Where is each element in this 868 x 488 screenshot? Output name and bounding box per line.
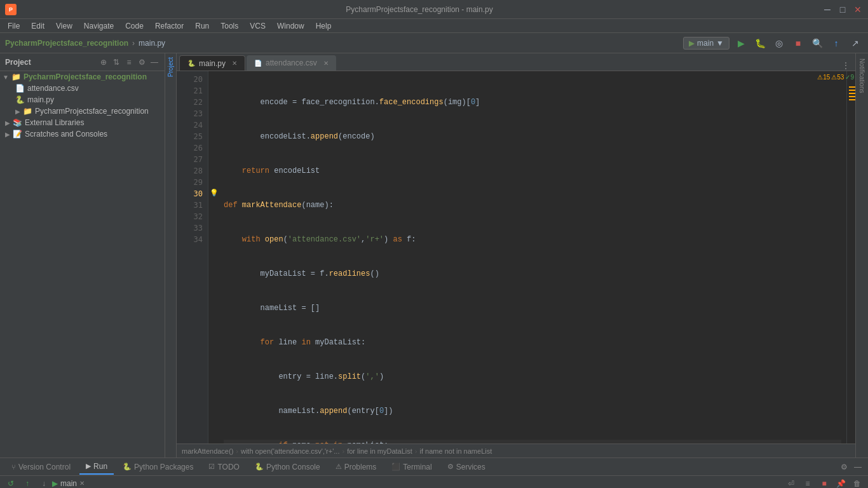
pin-button[interactable]: 📌 (835, 478, 846, 489)
tab-python-console[interactable]: 🐍 Python Console (248, 460, 327, 474)
menu-tools[interactable]: Tools (215, 19, 243, 33)
code-line-20: encode = face_recognition.face_encodings… (224, 97, 841, 108)
bottom-minimize-icon[interactable]: — (853, 462, 863, 472)
tab-terminal[interactable]: ⬛ Terminal (385, 460, 438, 474)
tab-python-packages[interactable]: 🐍 Python Packages (116, 460, 200, 474)
menu-file[interactable]: File (3, 19, 25, 33)
tab-more-button[interactable]: ⋮ (836, 60, 855, 71)
line-num-26: 26 (182, 142, 203, 154)
wrap-output-button[interactable]: ⏎ (785, 478, 797, 489)
scroll-marker-warn-1 (849, 86, 855, 88)
tab-vc-label: Version Control (18, 463, 71, 471)
file-breadcrumb[interactable]: main.py (139, 39, 165, 48)
project-panel-title: Project (5, 58, 31, 67)
bc-part-1[interactable]: markAttendace() (182, 447, 233, 455)
subfolder-icon: 📁 (23, 107, 32, 116)
tree-item-extlibs[interactable]: ▶ 📚 External Libraries (0, 117, 165, 128)
title-bar: P PycharmProjectsface_recognition - main… (0, 0, 868, 19)
collapse-icon[interactable]: — (149, 57, 159, 67)
bottom-toolbar-right: ⚙ — (839, 462, 863, 472)
bc-part-2[interactable]: with open('attendance.csv','r+'... (241, 447, 339, 455)
tree-item-py[interactable]: 🐍 main.py (0, 94, 165, 105)
coverage-button[interactable]: ◎ (771, 36, 787, 51)
tab-attendance-csv[interactable]: 📄 attendance.csv ✕ (247, 55, 336, 71)
notifications-tab[interactable]: Notifications (857, 53, 867, 98)
warning-count-bar: ⚠15 ⚠53 ✓9 (817, 74, 854, 81)
menu-refactor[interactable]: Refactor (150, 19, 189, 33)
filter-icon[interactable]: ≡ (124, 57, 134, 67)
run-icon: ▶ (689, 39, 695, 48)
line-num-34: 34 (182, 234, 203, 245)
add-icon[interactable]: ⊕ (98, 57, 109, 67)
menu-navigate[interactable]: Navigate (79, 19, 119, 33)
run-tab-label: ▶ main ✕ (52, 479, 85, 488)
tree-item-csv[interactable]: 📄 attendance.csv (0, 83, 165, 94)
bottom-settings-icon[interactable]: ⚙ (839, 462, 849, 472)
git-push-button[interactable]: ↗ (848, 36, 863, 51)
run-config-selector[interactable]: ▶ main ▼ (683, 37, 729, 50)
line-num-24: 24 (182, 119, 203, 131)
scroll-down-button[interactable]: ↓ (38, 478, 50, 489)
tab-main-py[interactable]: 🐍 main.py ✕ (179, 55, 245, 71)
tree-arrow-root[interactable]: ▼ (3, 74, 9, 81)
tree-root[interactable]: ▼ 📁 PycharmProjectsface_recognition (0, 71, 165, 83)
tree-subfolder-label: PycharmProjectsface_recognition (35, 107, 149, 116)
scroll-up-button[interactable]: ↑ (22, 478, 33, 489)
hint-bulb-icon[interactable]: 💡 (210, 189, 219, 196)
line-num-32: 32 (182, 211, 203, 222)
run-button[interactable]: ▶ (733, 36, 749, 51)
stop-run-button[interactable]: ■ (818, 478, 830, 489)
project-icon: 📁 (11, 72, 21, 81)
hint-icon-30[interactable]: 💡 (210, 188, 219, 197)
tree-item-subfolder[interactable]: ▶ 📁 PycharmProjectsface_recognition (0, 105, 165, 117)
tab-services[interactable]: ⚙ Services (441, 460, 492, 474)
soft-wrap-button[interactable]: ≡ (802, 478, 813, 489)
tree-arrow-subfolder[interactable]: ▶ (15, 108, 20, 115)
restart-run-button[interactable]: ↺ (5, 478, 17, 489)
menu-edit[interactable]: Edit (26, 19, 50, 33)
tab-csv-close[interactable]: ✕ (323, 60, 329, 67)
code-line-30: if name not in nameList: (224, 440, 841, 444)
bookmark-tab-project[interactable]: Project (165, 53, 176, 81)
tree-arrow-scratches[interactable]: ▶ (5, 131, 10, 138)
scroll-marker-warn-2 (849, 90, 855, 91)
tab-services-label: Services (456, 463, 485, 471)
settings-up-button[interactable]: ↑ (829, 36, 844, 51)
menu-window[interactable]: Window (272, 19, 309, 33)
stop-button[interactable]: ■ (790, 36, 806, 51)
code-content[interactable]: encode = face_recognition.face_encodings… (219, 71, 846, 444)
debug-button[interactable]: 🐛 (752, 36, 768, 51)
run-toolbar-left: ↺ ↑ ↓ (5, 478, 50, 489)
menu-help[interactable]: Help (311, 19, 337, 33)
code-line-27: for line in myDataList: (224, 337, 841, 348)
tab-version-control[interactable]: ⑂ Version Control (5, 460, 77, 474)
trash-button[interactable]: 🗑 (851, 478, 863, 489)
main-layout: Project ⊕ ⇅ ≡ ⚙ — ▼ 📁 PycharmProjectsfac… (0, 53, 868, 458)
tree-arrow-extlibs[interactable]: ▶ (5, 119, 10, 126)
line-num-28: 28 (182, 165, 203, 177)
code-editor[interactable]: 20 21 22 23 24 25 26 27 28 29 30 31 32 3… (177, 71, 855, 444)
panel-header-icons: ⊕ ⇅ ≡ ⚙ — (98, 57, 159, 67)
menu-code[interactable]: Code (120, 19, 149, 33)
editor-area: 🐍 main.py ✕ 📄 attendance.csv ✕ ⋮ 20 21 2… (177, 53, 855, 458)
menu-view[interactable]: View (51, 19, 78, 33)
menu-vcs[interactable]: VCS (245, 19, 271, 33)
settings-icon[interactable]: ⚙ (137, 57, 147, 67)
tree-item-scratches[interactable]: ▶ 📝 Scratches and Consoles (0, 128, 165, 140)
menu-run[interactable]: Run (190, 19, 214, 33)
tab-run[interactable]: ▶ Run (79, 459, 114, 475)
close-button[interactable]: ✕ (853, 4, 863, 15)
extlibs-icon: 📚 (13, 118, 22, 127)
tab-problems[interactable]: ⚠ Problems (329, 460, 383, 474)
tab-todo[interactable]: ☑ TODO (202, 460, 245, 474)
bc-part-3[interactable]: for line in myDataList (347, 447, 412, 455)
tab-main-py-close[interactable]: ✕ (232, 60, 237, 67)
project-breadcrumb[interactable]: PycharmProjectsface_recognition (5, 39, 128, 48)
maximize-button[interactable]: □ (837, 4, 848, 15)
sort-icon[interactable]: ⇅ (111, 57, 121, 67)
search-button[interactable]: 🔍 (810, 36, 825, 51)
run-tab-close[interactable]: ✕ (79, 480, 85, 487)
bc-part-4[interactable]: if name not in nameList (420, 447, 492, 455)
minimize-button[interactable]: ─ (822, 4, 832, 15)
code-line-21: encodeList.append(encode) (224, 131, 841, 142)
